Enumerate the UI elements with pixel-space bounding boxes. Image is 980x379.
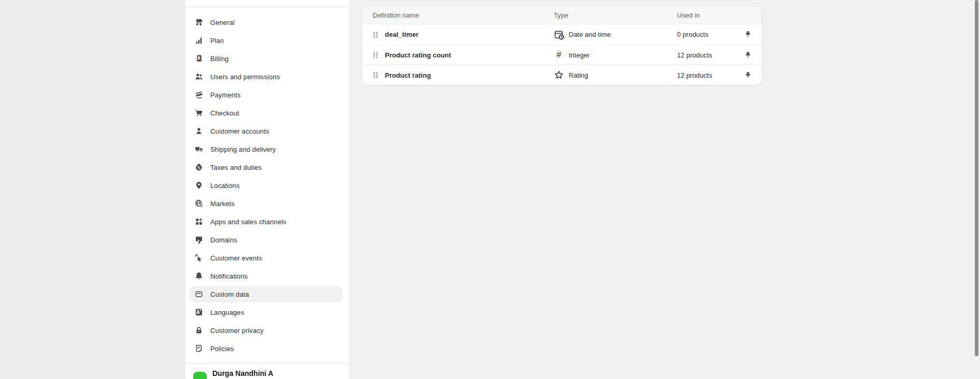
- used-in-value: 0 products: [677, 31, 739, 38]
- users-icon: [195, 72, 203, 81]
- billing-icon: $: [195, 54, 203, 63]
- definition-name: Product rating: [385, 71, 554, 79]
- type-label: Integer: [569, 51, 589, 59]
- cursor-sparks-icon: [195, 254, 203, 262]
- sidebar-item-checkout[interactable]: Checkout: [189, 105, 342, 121]
- sidebar-item-label: Locations: [210, 182, 240, 190]
- svg-text:$: $: [197, 55, 200, 61]
- drag-handle-icon[interactable]: [372, 51, 379, 59]
- sidebar-item-domains[interactable]: Domains: [189, 231, 342, 248]
- person-icon: [195, 127, 203, 135]
- sidebar-item-markets[interactable]: $ Markets: [189, 195, 342, 212]
- globe-icon: $: [195, 199, 203, 208]
- metafield-definitions-card: Definition name Type Used in deal_timer …: [362, 7, 762, 85]
- apps-grid-icon: [195, 217, 203, 226]
- table-header-row: Definition name Type Used in: [362, 7, 762, 24]
- sidebar-item-plan[interactable]: Plan: [189, 32, 342, 49]
- truck-icon: [195, 145, 203, 153]
- checkout-cart-icon: [195, 109, 203, 117]
- sidebar-item-label: Billing: [210, 55, 228, 63]
- pin-button[interactable]: [740, 69, 752, 81]
- sidebar-item-label: Customer privacy: [210, 327, 264, 334]
- pin-icon: [744, 71, 752, 79]
- sidebar-item-label: Payments: [210, 91, 241, 99]
- definition-name: deal_timer: [385, 31, 554, 38]
- bell-icon: [195, 272, 203, 280]
- languages-icon: A*: [195, 308, 203, 316]
- sidebar-item-shipping-and-delivery[interactable]: Shipping and delivery: [189, 141, 342, 157]
- used-in-value: 12 products: [677, 51, 739, 59]
- sidebar-item-custom-data[interactable]: Custom data: [189, 286, 342, 302]
- settings-nav: General Plan $ Billing Users and permiss…: [185, 14, 349, 358]
- sidebar-item-apps-and-sales-channels[interactable]: Apps and sales channels: [189, 213, 342, 230]
- sidebar-item-label: Markets: [210, 200, 235, 208]
- sidebar-item-label: Custom data: [210, 290, 249, 298]
- sidebar-item-label: Taxes and duties: [210, 164, 262, 171]
- column-header-used-in: Used in: [677, 11, 739, 19]
- sidebar-item-label: Policies: [210, 345, 234, 353]
- lock-icon: [195, 326, 203, 334]
- sidebar-item-payments[interactable]: Payments: [189, 86, 342, 103]
- calendar-clock-icon: [554, 30, 564, 40]
- sidebar-item-users-and-permissions[interactable]: Users and permissions: [189, 68, 342, 85]
- pin-icon: [744, 51, 752, 59]
- sidebar-top-divider: [185, 7, 349, 7]
- custom-data-icon: [195, 290, 203, 298]
- settings-sidebar: General Plan $ Billing Users and permiss…: [185, 0, 349, 379]
- sidebar-item-label: Shipping and delivery: [210, 145, 276, 153]
- column-header-type: Type: [554, 11, 677, 19]
- map-pin-icon: [195, 181, 203, 190]
- table-row[interactable]: Product rating Rating 12 products: [362, 65, 762, 85]
- sidebar-item-policies[interactable]: Policies: [189, 340, 342, 357]
- column-header-definition-name: Definition name: [372, 11, 554, 19]
- sidebar-item-label: Apps and sales channels: [210, 218, 286, 226]
- star-icon: [554, 70, 564, 80]
- avatar: [193, 372, 207, 379]
- hash-icon: #: [554, 50, 564, 60]
- sidebar-item-label: Domains: [210, 236, 237, 244]
- policies-icon: [195, 344, 203, 353]
- sidebar-item-label: Users and permissions: [210, 73, 280, 81]
- vertical-scrollbar-thumb[interactable]: [975, 0, 978, 356]
- sidebar-item-label: Customer accounts: [210, 127, 269, 135]
- drag-handle-icon[interactable]: [372, 71, 379, 79]
- type-label: Rating: [569, 71, 588, 79]
- payments-icon: [195, 91, 203, 99]
- account-menu-item[interactable]: Durga Nandhini A: [185, 363, 349, 379]
- sidebar-item-customer-events[interactable]: Customer events: [189, 250, 342, 266]
- pin-button[interactable]: [740, 28, 752, 41]
- table-body: deal_timer Date and time 0 products Prod: [362, 24, 762, 85]
- sidebar-item-locations[interactable]: Locations: [189, 177, 342, 194]
- definition-name: Product rating count: [385, 51, 554, 59]
- sidebar-item-label: Plan: [210, 37, 224, 45]
- used-in-value: 12 products: [677, 71, 739, 79]
- sidebar-item-languages[interactable]: A* Languages: [189, 304, 342, 320]
- sidebar-item-notifications[interactable]: Notifications: [189, 268, 342, 284]
- sidebar-item-general[interactable]: General: [189, 14, 342, 31]
- sidebar-item-billing[interactable]: $ Billing: [189, 50, 342, 67]
- sidebar-item-label: Checkout: [210, 109, 239, 117]
- svg-text:*: *: [199, 309, 201, 313]
- sidebar-item-label: Languages: [210, 309, 244, 316]
- store-icon: [195, 18, 203, 26]
- tax-bag-icon: [195, 163, 203, 171]
- sidebar-item-label: Notifications: [210, 272, 248, 280]
- drag-handle-icon[interactable]: [372, 31, 379, 39]
- sidebar-item-taxes-and-duties[interactable]: Taxes and duties: [189, 159, 342, 176]
- sidebar-item-customer-accounts[interactable]: Customer accounts: [189, 123, 342, 139]
- sidebar-item-label: General: [210, 19, 235, 26]
- svg-text:$: $: [200, 204, 202, 207]
- pin-icon: [744, 31, 752, 38]
- plan-icon: [195, 36, 203, 45]
- type-label: Date and time: [569, 31, 611, 38]
- table-row[interactable]: deal_timer Date and time 0 products: [362, 24, 762, 45]
- domains-icon: [195, 236, 203, 244]
- sidebar-item-customer-privacy[interactable]: Customer privacy: [189, 322, 342, 339]
- table-row[interactable]: Product rating count # Integer 12 produc…: [362, 45, 762, 65]
- pin-button[interactable]: [740, 49, 752, 61]
- user-name: Durga Nandhini A: [212, 369, 273, 377]
- sidebar-item-label: Customer events: [210, 254, 262, 262]
